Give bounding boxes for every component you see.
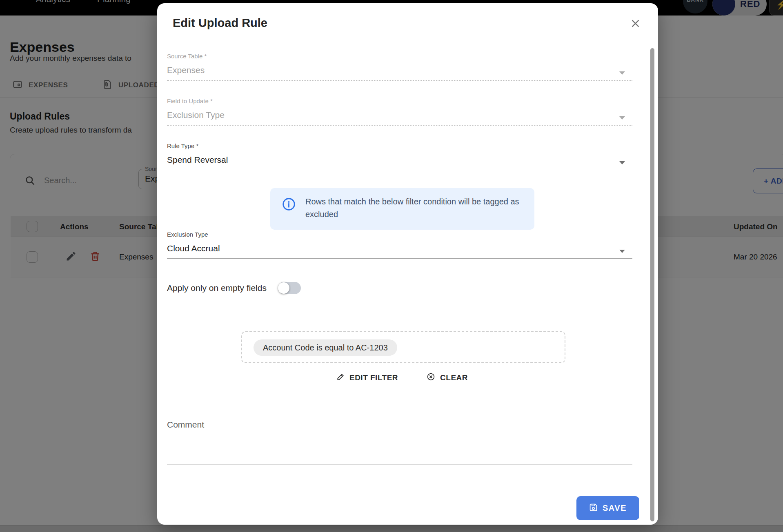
field-to-update-value: Exclusion Type bbox=[167, 110, 225, 120]
input-underline bbox=[167, 170, 632, 170]
edit-upload-rule-dialog: Edit Upload Rule Source Table * Expenses… bbox=[157, 3, 658, 525]
dialog-title: Edit Upload Rule bbox=[173, 16, 267, 30]
rule-type-value: Spend Reversal bbox=[167, 155, 228, 165]
comment-label: Comment bbox=[167, 420, 204, 430]
field-to-update-label: Field to Update * bbox=[167, 98, 632, 104]
edit-filter-label: EDIT FILTER bbox=[349, 373, 398, 382]
exclusion-type-label: Exclusion Type bbox=[167, 231, 632, 238]
source-table-select: Source Table * Expenses bbox=[167, 53, 632, 60]
input-underline bbox=[167, 258, 632, 259]
exclusion-type-value: Cloud Accrual bbox=[167, 244, 220, 253]
toggle-thumb bbox=[278, 282, 289, 294]
comment-underline bbox=[167, 464, 632, 465]
input-underline bbox=[167, 125, 632, 126]
field-to-update-select: Field to Update * Exclusion Type bbox=[167, 98, 632, 104]
chevron-down-icon bbox=[619, 71, 625, 75]
apply-empty-fields-row: Apply only on empty fields bbox=[167, 281, 301, 295]
filter-condition-zone: Account Code is equal to AC-1203 bbox=[241, 331, 565, 363]
input-underline bbox=[167, 80, 632, 81]
info-alert: Rows that match the below filter conditi… bbox=[270, 188, 534, 230]
save-label: SAVE bbox=[603, 503, 627, 513]
circle-x-icon bbox=[427, 372, 435, 383]
exclusion-type-select[interactable]: Exclusion Type Cloud Accrual bbox=[167, 231, 632, 238]
rule-type-select[interactable]: Rule Type * Spend Reversal bbox=[167, 142, 632, 149]
clear-filter-label: CLEAR bbox=[440, 373, 468, 382]
source-table-label: Source Table * bbox=[167, 53, 632, 60]
filter-condition-chip[interactable]: Account Code is equal to AC-1203 bbox=[254, 339, 397, 356]
info-alert-text: Rows that match the below filter conditi… bbox=[305, 195, 540, 221]
pencil-icon bbox=[336, 373, 345, 383]
chevron-down-icon bbox=[619, 116, 625, 120]
apply-empty-fields-toggle[interactable] bbox=[278, 282, 301, 294]
info-icon bbox=[282, 197, 296, 213]
edit-filter-button[interactable]: EDIT FILTER bbox=[336, 372, 398, 383]
filter-actions-row: EDIT FILTER CLEAR bbox=[157, 372, 647, 383]
save-icon bbox=[589, 503, 598, 514]
close-icon[interactable] bbox=[629, 17, 641, 29]
source-table-value: Expenses bbox=[167, 65, 205, 75]
modal-scrollbar[interactable] bbox=[650, 48, 654, 521]
clear-filter-button[interactable]: CLEAR bbox=[427, 372, 468, 383]
apply-empty-fields-label: Apply only on empty fields bbox=[167, 283, 267, 293]
save-button[interactable]: SAVE bbox=[576, 496, 639, 520]
chevron-down-icon bbox=[619, 161, 625, 164]
rule-type-label: Rule Type * bbox=[167, 142, 632, 149]
chevron-down-icon bbox=[619, 250, 625, 253]
